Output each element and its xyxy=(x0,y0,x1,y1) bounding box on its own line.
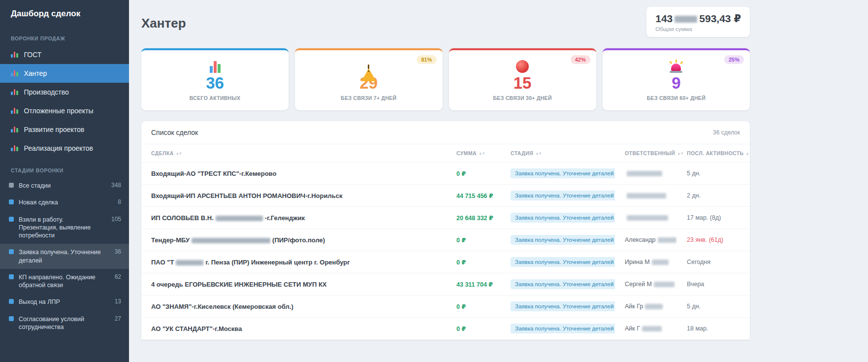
sort-icon[interactable]: ▲▼ xyxy=(176,151,182,156)
bar-chart-icon xyxy=(210,61,221,73)
deal-sum: 0 ₽ xyxy=(447,318,501,340)
funnels-section-label: ВОРОНКИ ПРОДАЖ xyxy=(0,26,129,45)
column-header-last-activity[interactable]: ПОСЛ. АКТИВНОСТЬ▲▼ xyxy=(677,144,750,163)
percent-badge: 25% xyxy=(724,55,744,64)
stage-item-in-progress[interactable]: Взяли в работу. Презентация, выявление п… xyxy=(0,211,129,244)
stat-card-active-total[interactable]: 36 ВСЕГО АКТИВНЫХ xyxy=(141,48,289,110)
total-sum-label: Общая сумма xyxy=(655,26,741,32)
stage-label: Новая сделка xyxy=(19,198,110,206)
stat-card-no-contact-30[interactable]: 42% 15 БЕЗ СВЯЗИ 30+ ДНЕЙ xyxy=(449,48,596,110)
sidebar-item-hunter[interactable]: Хантер xyxy=(0,64,129,83)
stat-card-no-contact-60[interactable]: 25% 9 БЕЗ СВЯЗИ 60+ ДНЕЙ xyxy=(603,48,750,110)
funnel-chart-icon xyxy=(11,108,18,114)
deal-name: АО "УК СТАНДАРТ"-г.Москва xyxy=(141,318,447,340)
topbar: Хантер 143593,43 ₽ Общая сумма xyxy=(141,0,750,48)
stat-value: 36 xyxy=(148,74,282,93)
deal-name: Тендер-МБУ(ПИР/фото.поле) xyxy=(141,229,447,251)
table-row[interactable]: ПАО "Тг. Пенза (ПИР) Инженерный центр г.… xyxy=(141,251,750,273)
column-header-stage[interactable]: СТАДИЯ▲▼ xyxy=(501,144,615,163)
table-row[interactable]: Тендер-МБУ(ПИР/фото.поле) 0 ₽ Заявка пол… xyxy=(141,229,750,251)
funnel-chart-icon xyxy=(11,89,18,95)
stage-item-kp-sent[interactable]: КП направлено. Ожидание обратной связи 6… xyxy=(0,269,129,294)
column-header-deal[interactable]: СДЕЛКА▲▼ xyxy=(141,144,447,163)
last-activity: 2 дн. xyxy=(677,185,750,207)
page-title: Хантер xyxy=(141,16,186,31)
table-row[interactable]: АО "УК СТАНДАРТ"-г.Москва 0 ₽ Заявка пол… xyxy=(141,318,750,340)
sidebar: Дашборд сделок ВОРОНКИ ПРОДАЖ ГОСТ Ханте… xyxy=(0,0,129,362)
last-activity: Вчера xyxy=(677,273,750,296)
table-row[interactable]: Входящий-АО "ТРЕСТ КПС"-г.Кемерово 0 ₽ З… xyxy=(141,163,750,185)
funnel-chart-icon xyxy=(11,127,18,132)
sort-icon[interactable]: ▲▼ xyxy=(535,151,542,156)
stage-item-request-received[interactable]: Заявка получена. Уточнение деталей 36 xyxy=(0,244,129,269)
sidebar-item-project-development[interactable]: Развитие проектов xyxy=(0,120,129,139)
stage-label: Взяли в работу. Презентация, выявление п… xyxy=(19,216,103,240)
red-circle-icon xyxy=(516,60,529,73)
app-title: Дашборд сделок xyxy=(0,0,129,26)
deals-table: СДЕЛКА▲▼ СУММА▲▼ СТАДИЯ▲▼ ОТВЕТСТВЕННЫЙ▲… xyxy=(141,144,750,340)
column-header-responsible[interactable]: ОТВЕТСТВЕННЫЙ▲▼ xyxy=(615,144,677,163)
responsible-name xyxy=(615,163,677,185)
sort-icon[interactable]: ▲▼ xyxy=(479,151,485,156)
funnel-chart-icon xyxy=(11,145,18,151)
column-header-sum[interactable]: СУММА▲▼ xyxy=(447,144,501,163)
sidebar-item-production[interactable]: Производство xyxy=(0,83,129,101)
stage-item-terms-agreement[interactable]: Согласование условий сотрудничества 27 xyxy=(0,311,129,336)
stage-square-icon xyxy=(9,316,14,321)
table-title: Список сделок xyxy=(151,129,198,136)
stages-section-label: СТАДИИ ВОРОНКИ xyxy=(0,158,129,177)
total-sum-card: 143593,43 ₽ Общая сумма xyxy=(646,7,750,37)
stat-value: 9 xyxy=(610,74,743,93)
sidebar-item-deferred-projects[interactable]: Отложенные проекты xyxy=(0,101,129,120)
table-row[interactable]: ИП СОЛОВЬЕВ В.Н.-г.Геленджик 20 648 332 … xyxy=(141,207,750,229)
funnel-label: Развитие проектов xyxy=(24,126,85,133)
stage-item-all[interactable]: Все стадии 348 xyxy=(0,177,129,194)
sort-icon[interactable]: ▲▼ xyxy=(745,151,750,156)
deal-sum: 44 715 456 ₽ xyxy=(447,185,501,207)
deal-name: Входящий-ИП АРСЕНТЬЕВ АНТОН РОМАНОВИЧ-г.… xyxy=(141,185,447,207)
deal-name: Входящий-АО "ТРЕСТ КПС"-г.Кемерово xyxy=(141,163,447,185)
sidebar-item-project-realization[interactable]: Реализация проектов xyxy=(0,139,129,158)
stage-count: 62 xyxy=(115,273,121,281)
table-row[interactable]: 4 очередь ЕГОРЬЕВСКИЕ ИНЖЕНЕРНЫЕ СЕТИ МУ… xyxy=(141,273,750,296)
stage-item-new-deal[interactable]: Новая сделка 8 xyxy=(0,194,129,211)
stat-label: ВСЕГО АКТИВНЫХ xyxy=(148,95,282,101)
stage-badge: Заявка получена. Уточнение деталей xyxy=(511,168,615,178)
stage-square-icon xyxy=(9,199,14,204)
last-activity: 23 янв. (61д) xyxy=(677,229,750,251)
table-row[interactable]: АО "ЗНАМЯ"-г.Киселевск (Кемеровская обл.… xyxy=(141,296,750,318)
percent-badge: 81% xyxy=(417,55,436,64)
deal-sum: 0 ₽ xyxy=(447,251,501,273)
stat-label: БЕЗ СВЯЗИ 30+ ДНЕЙ xyxy=(456,95,589,101)
funnel-chart-icon xyxy=(11,52,18,58)
sort-icon[interactable]: ▲▼ xyxy=(677,151,683,156)
stat-card-no-contact-7[interactable]: 81% 29 БЕЗ СВЯЗИ 7+ ДНЕЙ xyxy=(295,48,442,110)
stage-label: Все стадии xyxy=(19,182,103,190)
stage-square-icon xyxy=(9,183,14,188)
stage-square-icon xyxy=(9,274,14,279)
stage-badge: Заявка получена. Уточнение деталей xyxy=(511,257,615,267)
last-activity: Сегодня xyxy=(677,251,750,273)
stage-count: 13 xyxy=(115,298,121,306)
stage-label: Заявка получена. Уточнение деталей xyxy=(19,248,107,264)
stage-item-lpr[interactable]: Выход на ЛПР 13 xyxy=(0,294,129,310)
stage-label: Выход на ЛПР xyxy=(19,298,107,306)
stage-badge: Заявка получена. Уточнение деталей xyxy=(511,301,615,311)
sidebar-item-gost[interactable]: ГОСТ xyxy=(0,45,129,64)
responsible-name: Айк Гр xyxy=(615,296,677,318)
table-row[interactable]: Входящий-ИП АРСЕНТЬЕВ АНТОН РОМАНОВИЧ-г.… xyxy=(141,185,750,207)
last-activity: 17 мар. (8д) xyxy=(677,207,750,229)
stage-square-icon xyxy=(9,217,14,222)
deal-sum: 0 ₽ xyxy=(447,229,501,251)
deal-sum: 0 ₽ xyxy=(447,163,501,185)
redacted-digits xyxy=(675,16,697,23)
stage-badge: Заявка получена. Уточнение деталей xyxy=(511,213,615,223)
deal-name: ПАО "Тг. Пенза (ПИР) Инженерный центр г.… xyxy=(141,251,447,273)
funnel-chart-icon xyxy=(11,70,18,76)
stage-badge: Заявка получена. Уточнение деталей xyxy=(511,191,615,200)
deal-sum: 20 648 332 ₽ xyxy=(447,207,501,229)
responsible-name: Ирина М xyxy=(615,251,677,273)
stat-value: 15 xyxy=(456,74,589,93)
stage-badge: Заявка получена. Уточнение деталей xyxy=(511,235,615,245)
funnel-label: Хантер xyxy=(24,69,47,77)
